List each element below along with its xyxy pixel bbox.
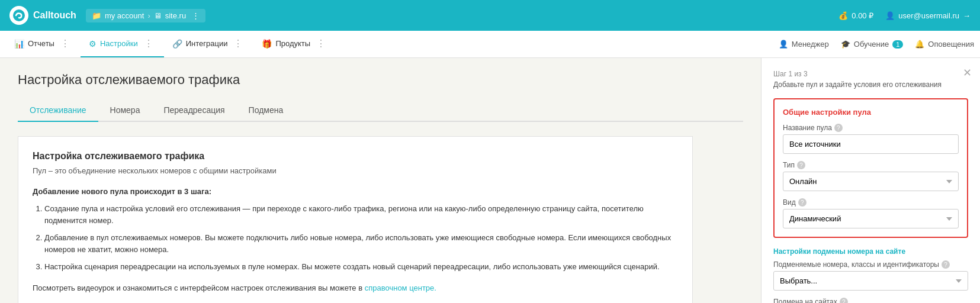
- step-2: Добавление в пул отслеживаемых номеров. …: [44, 232, 678, 255]
- learning-icon: 🎓: [841, 40, 850, 49]
- step-1: Создание пула и настройка условий его от…: [44, 203, 678, 226]
- nav-dots-reports[interactable]: ⋮: [58, 38, 72, 49]
- content-box-title: Настройка отслеживаемого трафика: [33, 151, 678, 162]
- calltouch-logo-svg: [12, 9, 25, 22]
- notifications-icon: 🔔: [915, 40, 924, 49]
- nav-item-reports[interactable]: 📊 Отчеты ⋮: [6, 31, 81, 57]
- substitution-numbers-select[interactable]: Выбрать...: [773, 271, 968, 291]
- logout-icon[interactable]: →: [963, 11, 971, 20]
- balance[interactable]: 💰 0.00 ₽: [838, 11, 873, 20]
- nav-label-notifications: Оповещения: [928, 40, 974, 49]
- nav-label-learning: Обучение: [854, 40, 889, 49]
- svg-point-0: [13, 9, 25, 21]
- tab-numbers[interactable]: Номера: [98, 99, 152, 122]
- logo: Calltouch: [9, 6, 76, 25]
- manager-icon: 👤: [779, 40, 788, 49]
- nav-dots-integrations[interactable]: ⋮: [231, 38, 245, 49]
- pool-name-label: Название пула ?: [783, 124, 959, 132]
- top-bar-right: 💰 0.00 ₽ 👤 user@usermail.ru →: [838, 11, 971, 20]
- wallet-icon: 💰: [838, 11, 848, 20]
- top-bar-left: Calltouch 📁 my account › 🖥 site.ru ⋮: [9, 6, 205, 25]
- pool-name-input[interactable]: [783, 134, 959, 154]
- breadcrumb-sep: ›: [147, 11, 150, 20]
- tab-substitution[interactable]: Подмена: [237, 99, 295, 122]
- content-box: Настройка отслеживаемого трафика Пул – э…: [18, 136, 693, 303]
- content-footer: Посмотреть видеоурок и ознакомиться с ин…: [33, 283, 678, 292]
- pool-view-help-icon[interactable]: ?: [798, 198, 807, 207]
- footer-text: Посмотреть видеоурок и ознакомиться с ин…: [33, 283, 365, 292]
- breadcrumb-site-icon: 🖥: [154, 11, 162, 20]
- nav-label-integrations: Интеграции: [186, 39, 228, 48]
- substitution-sites-help-icon[interactable]: ?: [840, 298, 848, 303]
- breadcrumb-account-icon: 📁: [92, 11, 101, 20]
- nav-bar: 📊 Отчеты ⋮ ⚙ Настройки ⋮ 🔗 Интеграции ⋮ …: [0, 31, 980, 58]
- nav-item-settings[interactable]: ⚙ Настройки ⋮: [81, 31, 164, 57]
- learning-badge: 1: [892, 40, 903, 49]
- pool-view-label: Вид ?: [783, 198, 959, 207]
- balance-value: 0.00 ₽: [852, 11, 873, 20]
- substitution-settings: Настройки подмены номера на сайте Подмен…: [773, 247, 968, 303]
- breadcrumb-site[interactable]: site.ru: [165, 11, 186, 20]
- tabs: Отслеживание Номера Переадресация Подмен…: [18, 99, 743, 122]
- settings-icon: ⚙: [89, 39, 97, 49]
- steps-list: Создание пула и настройка условий его от…: [33, 203, 678, 273]
- logo-icon: [9, 6, 28, 25]
- close-icon[interactable]: ✕: [963, 66, 972, 79]
- nav-dots-products[interactable]: ⋮: [314, 38, 328, 49]
- nav-label-products: Продукты: [275, 39, 310, 48]
- pool-name-help-icon[interactable]: ?: [834, 124, 843, 132]
- nav-label-settings: Настройки: [100, 39, 138, 48]
- nav-item-manager[interactable]: 👤 Менеджер: [779, 40, 829, 49]
- logo-text: Calltouch: [33, 10, 76, 21]
- nav-item-notifications[interactable]: 🔔 Оповещения: [915, 40, 974, 49]
- top-bar: Calltouch 📁 my account › 🖥 site.ru ⋮ 💰 0…: [0, 0, 980, 31]
- right-panel: ✕ Шаг 1 из 3 Добавьте пул и задайте усло…: [761, 58, 980, 303]
- steps-title: Добавление нового пула происходит в 3 ша…: [33, 187, 678, 196]
- nav-item-products[interactable]: 🎁 Продукты ⋮: [253, 31, 336, 57]
- tab-forwarding[interactable]: Переадресация: [152, 99, 236, 122]
- pool-type-help-icon[interactable]: ?: [797, 161, 805, 169]
- breadcrumb-dots[interactable]: ⋮: [192, 11, 200, 20]
- panel-step-info: Шаг 1 из 3: [773, 70, 968, 78]
- content-box-subtitle: Пул – это объединение нескольких номеров…: [33, 166, 678, 175]
- nav-label-reports: Отчеты: [28, 39, 54, 48]
- panel-step-desc: Добавьте пул и задайте условия его отсле…: [773, 80, 968, 89]
- footer-link[interactable]: справочном центре.: [365, 283, 436, 292]
- nav-item-learning[interactable]: 🎓 Обучение 1: [841, 40, 904, 49]
- pool-view-select[interactable]: Динамический Статический: [783, 209, 959, 228]
- breadcrumb-account[interactable]: my account: [105, 11, 144, 20]
- user-info[interactable]: 👤 user@usermail.ru →: [885, 11, 971, 20]
- tab-tracking[interactable]: Отслеживание: [18, 99, 98, 122]
- main-wrapper: Настройка отслеживаемого трафика Отслежи…: [0, 58, 980, 303]
- substitution-numbers-label: Подменяемые номера, классы и идентификат…: [773, 260, 968, 269]
- products-icon: 🎁: [262, 39, 272, 49]
- substitution-title: Настройки подмены номера на сайте: [773, 247, 968, 256]
- breadcrumb[interactable]: 📁 my account › 🖥 site.ru ⋮: [86, 9, 205, 22]
- nav-right: 👤 Менеджер 🎓 Обучение 1 🔔 Оповещения: [779, 40, 974, 49]
- reports-icon: 📊: [14, 39, 24, 49]
- pool-type-select[interactable]: Онлайн Офлайн: [783, 172, 959, 191]
- substitution-numbers-help-icon[interactable]: ?: [942, 260, 950, 269]
- pool-settings-section: Общие настройки пула Название пула ? Тип…: [773, 98, 968, 238]
- pool-type-label: Тип ?: [783, 161, 959, 169]
- user-icon: 👤: [885, 11, 895, 20]
- substitution-sites-label: Подмена на сайтах ?: [773, 298, 968, 303]
- nav-item-integrations[interactable]: 🔗 Интеграции ⋮: [164, 31, 254, 57]
- nav-dots-settings[interactable]: ⋮: [142, 38, 156, 49]
- nav-left: 📊 Отчеты ⋮ ⚙ Настройки ⋮ 🔗 Интеграции ⋮ …: [6, 31, 336, 57]
- step-3: Настройка сценария переадресации на испо…: [44, 261, 678, 273]
- nav-label-manager: Менеджер: [792, 40, 829, 49]
- pool-section-title: Общие настройки пула: [783, 108, 959, 117]
- content-area: Настройка отслеживаемого трафика Отслежи…: [0, 58, 761, 303]
- page-title: Настройка отслеживаемого трафика: [18, 72, 743, 88]
- user-email: user@usermail.ru: [898, 11, 959, 20]
- integrations-icon: 🔗: [172, 39, 182, 49]
